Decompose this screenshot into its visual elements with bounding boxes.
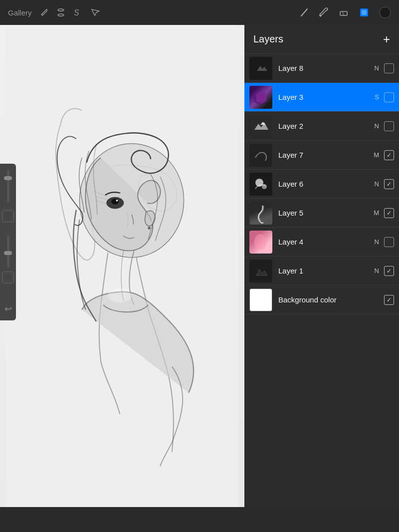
- svg-point-11: [111, 199, 119, 204]
- layer-item-layer7[interactable]: Layer 7 M: [244, 141, 399, 170]
- layer-name-layer8: Layer 8: [278, 64, 375, 72]
- opacity-slider[interactable]: [7, 170, 9, 202]
- layer-mode-layer6: N: [375, 180, 379, 188]
- layer-checkbox-layer2[interactable]: [384, 121, 394, 131]
- layers-header: Layers +: [244, 25, 399, 54]
- layer-item-background[interactable]: Background color: [244, 285, 399, 314]
- layer-thumbnail-layer1: [249, 260, 272, 282]
- layer-item-layer3[interactable]: Layer 3 S: [244, 83, 399, 112]
- layer-checkbox-layer1[interactable]: [384, 266, 394, 276]
- svg-point-14: [108, 288, 132, 303]
- layer-thumbnail-layer4: [249, 231, 272, 254]
- layer-thumbnail-layer2: [249, 115, 272, 138]
- layer-mode-layer7: M: [374, 151, 379, 159]
- layer-item-layer5[interactable]: Layer 5 M: [244, 199, 399, 228]
- top-toolbar: Gallery S: [0, 0, 399, 25]
- transform-icon[interactable]: S: [73, 7, 83, 17]
- layer-mode-layer1: N: [375, 267, 379, 274]
- svg-point-13: [148, 227, 151, 230]
- layer-thumbnail-layer8: [249, 57, 272, 80]
- size-value-display: [2, 271, 14, 283]
- layer-mode-layer3: S: [375, 93, 379, 101]
- layer-checkbox-layer7[interactable]: [384, 150, 394, 160]
- line-tool-icon[interactable]: [299, 7, 309, 17]
- layer-thumbnail-layer3: [249, 86, 272, 109]
- opacity-value-display: [2, 210, 14, 222]
- layer-name-background: Background color: [278, 295, 379, 304]
- layer-name-layer4: Layer 4: [278, 238, 375, 246]
- svg-rect-8: [6, 25, 238, 507]
- bottom-toolbar: [0, 507, 399, 532]
- svg-rect-6: [362, 10, 367, 15]
- layers-list: Layer 8 N Layer 3 S: [244, 54, 399, 507]
- layer-name-layer2: Layer 2: [278, 122, 375, 130]
- undo-button[interactable]: ↩: [4, 303, 12, 314]
- layers-icon[interactable]: [358, 6, 370, 18]
- layer-name-layer3: Layer 3: [278, 93, 375, 101]
- layer-name-layer5: Layer 5: [278, 209, 374, 217]
- layer-thumbnail-background: [249, 288, 272, 311]
- layer-name-layer7: Layer 7: [278, 151, 374, 159]
- drawing-canvas[interactable]: ↩: [0, 25, 244, 507]
- layer-thumbnail-layer5: [249, 202, 272, 225]
- layer-mode-layer2: N: [375, 122, 379, 130]
- svg-text:S: S: [74, 8, 79, 17]
- layers-add-button[interactable]: +: [383, 33, 390, 45]
- canvas-area: ↩ Layers + Layer 8 N: [0, 25, 399, 507]
- toolbar-left: Gallery S: [8, 7, 100, 17]
- selection-icon[interactable]: [90, 7, 100, 17]
- layers-title: Layers: [253, 33, 283, 45]
- layers-panel: Layers + Layer 8 N: [244, 25, 399, 507]
- layer-item-layer8[interactable]: Layer 8 N: [244, 54, 399, 83]
- layer-name-layer6: Layer 6: [278, 180, 375, 188]
- brush-icon[interactable]: [318, 7, 329, 18]
- svg-rect-20: [249, 144, 272, 167]
- layer-item-layer6[interactable]: Layer 6 N: [244, 170, 399, 199]
- layer-checkbox-layer6[interactable]: [384, 179, 394, 189]
- gallery-button[interactable]: Gallery: [8, 8, 32, 17]
- eraser-icon[interactable]: [338, 7, 349, 18]
- layer-item-layer2[interactable]: Layer 2 N: [244, 112, 399, 141]
- layer-checkbox-layer8[interactable]: [384, 63, 394, 73]
- adjust-icon[interactable]: [56, 7, 66, 17]
- sketch-svg: [0, 25, 244, 507]
- layer-checkbox-layer4[interactable]: [384, 237, 394, 247]
- layer-checkbox-background[interactable]: [384, 295, 394, 305]
- layer-thumbnail-layer7: [249, 144, 272, 167]
- layer-item-layer4[interactable]: Layer 4 N: [244, 228, 399, 257]
- svg-point-12: [116, 200, 118, 202]
- layer-mode-layer5: M: [374, 209, 379, 217]
- layer-thumbnail-layer6: [249, 173, 272, 196]
- toolbar-right: [299, 6, 391, 18]
- left-sidebar: ↩: [0, 164, 16, 320]
- svg-rect-27: [249, 260, 272, 282]
- layer-checkbox-layer3[interactable]: [384, 92, 394, 102]
- size-slider[interactable]: [7, 235, 9, 267]
- layer-checkbox-layer5[interactable]: [384, 208, 394, 218]
- layer-name-layer1: Layer 1: [278, 266, 375, 275]
- svg-point-3: [320, 15, 322, 17]
- svg-point-0: [41, 14, 42, 15]
- wrench-icon[interactable]: [39, 7, 49, 17]
- svg-point-26: [254, 234, 266, 250]
- color-picker-icon[interactable]: [379, 6, 391, 18]
- layer-mode-layer8: N: [375, 64, 379, 72]
- layer-item-layer1[interactable]: Layer 1 N: [244, 257, 399, 285]
- svg-line-2: [301, 9, 307, 16]
- layer-mode-layer4: N: [375, 238, 379, 246]
- svg-point-7: [380, 7, 391, 18]
- svg-rect-19: [249, 115, 272, 138]
